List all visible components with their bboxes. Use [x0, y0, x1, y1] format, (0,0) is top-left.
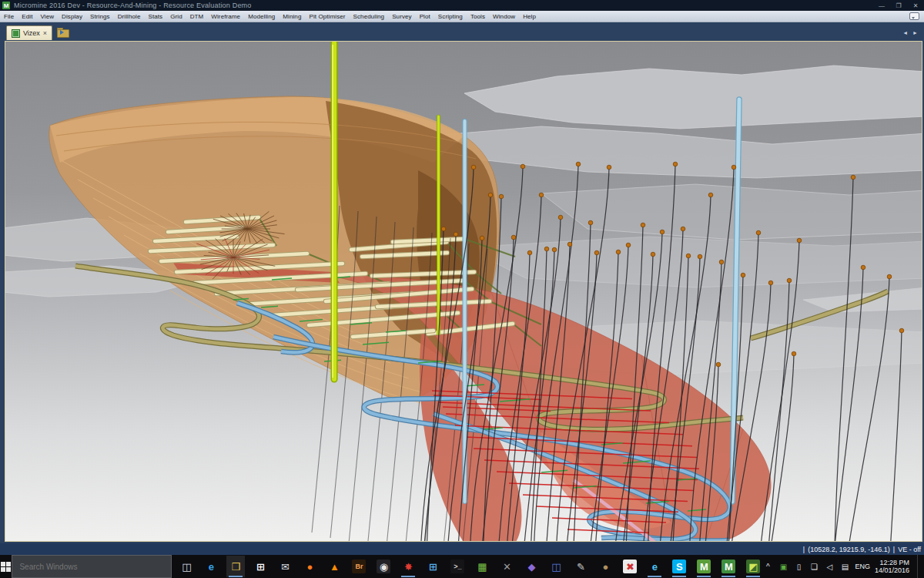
start-button[interactable] [0, 555, 12, 578]
tray-volume-icon[interactable]: ◁ [824, 563, 835, 571]
menu-item-mining[interactable]: Mining [279, 13, 305, 20]
tray-chevron-icon[interactable]: ^ [762, 563, 773, 571]
vizex-icon [12, 29, 20, 38]
tab-vizex[interactable]: Vizex × [6, 25, 52, 40]
search-input[interactable] [12, 562, 171, 572]
menu-item-edit[interactable]: Edit [18, 13, 36, 20]
menu-item-scheduling[interactable]: Scheduling [350, 13, 389, 20]
menu-item-grid[interactable]: Grid [166, 13, 186, 20]
language-indicator[interactable]: ENG [855, 563, 870, 570]
minimize-button[interactable]: — [873, 0, 890, 11]
tray-ime-icon[interactable]: ▤ [839, 563, 850, 571]
menu-item-wireframe[interactable]: Wireframe [207, 13, 244, 20]
photos-app-icon[interactable]: ◉ [374, 556, 393, 577]
menu-item-scripting[interactable]: Scripting [434, 13, 467, 20]
show-desktop-button[interactable] [917, 555, 921, 578]
system-tray: ^▣▯❏◁▤ENG 12:28 PM 14/01/2016 [762, 555, 924, 578]
task-view-icon[interactable]: ◫ [177, 556, 196, 577]
title-bar: M Micromine 2016 Dev - Resource-And-Mini… [0, 0, 924, 11]
menu-item-file[interactable]: File [0, 13, 18, 20]
green-tool-icon[interactable]: ◩ [744, 556, 762, 577]
clock-time: 12:28 PM [875, 559, 909, 566]
feedback-icon[interactable] [909, 12, 919, 20]
vlc-icon[interactable]: ▲ [325, 556, 343, 577]
app-icon: M [2, 2, 10, 9]
tab-scroll-arrows[interactable]: ◄ ► [902, 30, 919, 35]
tab-label: Vizex [23, 29, 40, 37]
status-separator: | [803, 546, 805, 553]
menu-item-tools[interactable]: Tools [467, 13, 489, 20]
internet-explorer-icon[interactable]: e [645, 556, 664, 577]
micromine-2016-icon[interactable]: M [719, 556, 738, 577]
menu-item-display[interactable]: Display [58, 13, 86, 20]
menu-item-stats[interactable]: Stats [144, 13, 166, 20]
menu-item-window[interactable]: Window [489, 13, 519, 20]
firefox-icon[interactable]: ● [300, 556, 319, 577]
menu-item-survey[interactable]: Survey [388, 13, 416, 20]
micromine-app-icon[interactable]: M [695, 556, 713, 577]
command-prompt-icon[interactable]: >_ [448, 556, 467, 577]
purple-app-icon[interactable]: ◆ [522, 556, 541, 577]
3d-scene [5, 42, 922, 542]
notes-app-icon[interactable]: ✎ [571, 556, 590, 577]
x-app-icon[interactable]: ✕ [497, 556, 516, 577]
maximize-button[interactable]: ❐ [890, 0, 907, 11]
store-icon[interactable]: ⊞ [251, 556, 270, 577]
cursor-coordinates: (10528.2, 19215.9, -146.1) [808, 546, 890, 553]
skype-icon[interactable]: S [670, 556, 688, 577]
mail-icon[interactable]: ✉ [276, 556, 294, 577]
taskbar-search[interactable] [12, 555, 172, 578]
pin-app-icon[interactable]: ✖ [621, 556, 639, 577]
close-button[interactable]: ✕ [907, 0, 924, 11]
menu-item-help[interactable]: Help [519, 13, 540, 20]
menu-item-pit-optimiser[interactable]: Pit Optimiser [305, 13, 349, 20]
menu-item-strings[interactable]: Strings [86, 13, 114, 20]
tray-network-icon[interactable]: ❏ [808, 563, 819, 571]
status-bar: | (10528.2, 19215.9, -146.1) | VE - off [0, 543, 924, 555]
vizex-viewport-frame [0, 40, 924, 543]
tab-close-icon[interactable]: × [43, 30, 47, 37]
red-app-icon[interactable]: ✸ [399, 556, 417, 577]
adobe-bridge-icon[interactable]: Br [350, 556, 368, 577]
ve-status: VE - off [898, 546, 921, 553]
tab-bar: Vizex × ◄ ► [0, 22, 924, 40]
office-app-icon[interactable]: ⊞ [424, 556, 442, 577]
file-explorer-icon[interactable]: ❒ [226, 556, 245, 577]
image-app-icon[interactable]: ▦ [473, 556, 491, 577]
tray-micromine-icon[interactable]: ▣ [778, 563, 788, 571]
menu-bar: FileEditViewDisplayStringsDrillholeStats… [0, 11, 924, 22]
menu-item-dtm[interactable]: DTM [186, 13, 208, 20]
clock[interactable]: 12:28 PM 14/01/2016 [875, 559, 912, 574]
menu-item-modelling[interactable]: Modelling [244, 13, 279, 20]
round-app-icon[interactable]: ● [596, 556, 614, 577]
windows-taskbar: ◫e❒⊞✉●▲Br◉✸⊞>_▦✕◆◫✎●✖eSMM◩ ^▣▯❏◁▤ENG 12:… [0, 555, 924, 578]
menu-item-plot[interactable]: Plot [416, 13, 434, 20]
windows-logo-icon [1, 562, 11, 572]
clock-date: 14/01/2016 [875, 566, 909, 574]
open-file-icon[interactable] [57, 28, 69, 37]
window-title: Micromine 2016 Dev - Resource-And-Mining… [14, 2, 252, 9]
menu-item-drillhole[interactable]: Drillhole [114, 13, 145, 20]
tray-battery-icon[interactable]: ▯ [793, 563, 804, 571]
status-separator-2: | [893, 546, 895, 553]
vizex-3d-view[interactable] [5, 41, 922, 542]
blue-app-icon[interactable]: ◫ [547, 556, 565, 577]
menu-item-view[interactable]: View [36, 13, 58, 20]
edge-icon[interactable]: e [202, 556, 220, 577]
